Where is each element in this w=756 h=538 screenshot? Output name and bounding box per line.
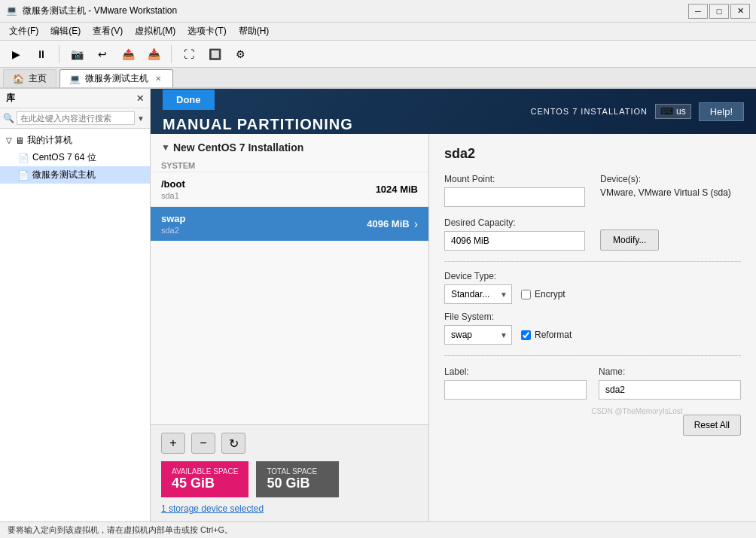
desired-capacity-col: Desired Capacity:: [444, 217, 585, 251]
keyboard-layout[interactable]: ⌨ us: [655, 104, 691, 119]
refresh-partition-button[interactable]: ↻: [221, 433, 245, 454]
tab-vm[interactable]: 💻 微服务测试主机 ✕: [59, 69, 173, 87]
device-type-row: Standar... LVM RAID ▼ Encrypt: [444, 284, 741, 304]
menu-help[interactable]: 帮助(H): [233, 23, 276, 39]
toolbar-fullscreen-btn[interactable]: ⛶: [178, 44, 200, 65]
menu-vm[interactable]: 虚拟机(M): [129, 23, 181, 39]
name-label: Name:: [599, 366, 741, 377]
app-icon: 💻: [6, 5, 18, 17]
available-space-value: 45 GiB: [172, 476, 238, 491]
modify-col: Modify...: [600, 217, 741, 251]
menu-file[interactable]: 文件(F): [3, 23, 44, 39]
partition-arrow-icon: ›: [414, 217, 418, 231]
keyboard-icon: ⌨: [660, 106, 673, 117]
partition-item-boot[interactable]: /boot sda1 1024 MiB: [151, 172, 428, 206]
menu-view[interactable]: 查看(V): [87, 23, 129, 39]
file-system-label: File System:: [444, 312, 741, 322]
tab-close-icon[interactable]: ✕: [153, 74, 163, 84]
install-header: Done MANUAL PARTITIONING CENTOS 7 INSTAL…: [151, 89, 756, 134]
partition-group-system: SYSTEM /boot sda1 1024 MiB: [151, 158, 428, 241]
detail-row-capacity: Desired Capacity: Modify...: [444, 217, 741, 251]
sidebar-title: 库: [6, 92, 15, 105]
help-button[interactable]: Help!: [699, 102, 744, 121]
sidebar-item-centos[interactable]: 📄 CentOS 7 64 位: [0, 149, 150, 166]
partition-content: ▼ New CentOS 7 Installation SYSTEM /boot…: [151, 134, 756, 521]
maximize-button[interactable]: □: [709, 4, 729, 19]
label-input[interactable]: [444, 380, 587, 400]
file-system-row: swap ext4 ext3 xfs ▼ Reformat: [444, 325, 741, 345]
partition-boot-right: 1024 MiB: [376, 184, 418, 195]
toolbar-power-btn[interactable]: ▶: [5, 44, 27, 65]
done-button[interactable]: Done: [163, 90, 215, 110]
partition-expand-icon[interactable]: ▼: [161, 142, 170, 153]
sidebar-item-mycomputer[interactable]: ▽ 🖥 我的计算机: [0, 132, 150, 149]
install-title: MANUAL PARTITIONING: [163, 116, 353, 133]
computer-icon: 🖥: [15, 135, 24, 146]
keyboard-lang-text: us: [676, 106, 686, 117]
sidebar-close-icon[interactable]: ✕: [136, 93, 144, 104]
tab-bar: 🏠 主页 💻 微服务测试主机 ✕: [0, 68, 756, 89]
tab-home[interactable]: 🏠 主页: [3, 69, 56, 87]
reformat-label[interactable]: Reformat: [535, 330, 572, 340]
partition-header: ▼ New CentOS 7 Installation: [151, 134, 428, 158]
partition-boot-size: 1024 MiB: [376, 184, 418, 195]
menu-edit[interactable]: 编辑(E): [44, 23, 87, 39]
modify-button[interactable]: Modify...: [600, 229, 659, 251]
toolbar-pause-btn[interactable]: ⏸: [30, 44, 53, 65]
toolbar-settings-btn[interactable]: ⚙: [229, 44, 251, 65]
available-space-box: AVAILABLE SPACE 45 GiB: [161, 461, 248, 497]
partition-boot-left: /boot sda1: [161, 178, 185, 200]
home-icon: 🏠: [13, 74, 24, 84]
toolbar-sep-2: [171, 45, 172, 63]
reset-all-button[interactable]: Reset All: [683, 415, 741, 436]
devices-label: Device(s):: [600, 174, 741, 184]
label-col: Label:: [444, 366, 587, 400]
tab-home-label: 主页: [29, 72, 47, 85]
storage-device-link[interactable]: 1 storage device selected: [161, 503, 264, 514]
partition-swap-size: 4096 MiB: [367, 218, 409, 229]
add-partition-button[interactable]: +: [161, 433, 185, 454]
mount-point-input[interactable]: [444, 187, 585, 207]
system-label: SYSTEM: [151, 158, 428, 172]
title-bar: 💻 微服务测试主机 - VMware Workstation ─ □ ✕: [0, 0, 756, 23]
search-icon: 🔍: [3, 113, 14, 123]
vm-icon: 💻: [69, 74, 81, 84]
search-dropdown-icon[interactable]: ▼: [135, 114, 147, 123]
menu-bar: 文件(F) 编辑(E) 查看(V) 虚拟机(M) 选项卡(T) 帮助(H): [0, 23, 756, 41]
sidebar: 库 ✕ 🔍 ▼ ▽ 🖥 我的计算机 📄 CentOS 7 64 位 📄 微服务测…: [0, 89, 151, 521]
install-right: CENTOS 7 INSTALLATION ⌨ us Help!: [530, 102, 744, 121]
device-type-select-wrapper: Standar... LVM RAID ▼: [444, 284, 512, 304]
label-label: Label:: [444, 366, 587, 377]
desired-capacity-input[interactable]: [444, 231, 585, 251]
toolbar-revert-btn[interactable]: ↩: [91, 44, 114, 65]
partition-actions: + − ↻: [161, 433, 418, 454]
vm-file-icon: 📄: [18, 153, 29, 163]
partition-swap-dev: sda2: [161, 226, 186, 235]
search-input[interactable]: [17, 111, 135, 125]
file-system-select[interactable]: swap ext4 ext3 xfs: [444, 325, 512, 345]
menu-tab[interactable]: 选项卡(T): [181, 23, 232, 39]
total-space-value: 50 GiB: [267, 476, 328, 491]
device-type-select[interactable]: Standar... LVM RAID: [444, 284, 512, 304]
toolbar-unity-btn[interactable]: 🔲: [203, 44, 226, 65]
close-button[interactable]: ✕: [730, 4, 750, 19]
toolbar-snapshot-btn[interactable]: 📷: [66, 44, 88, 65]
encrypt-label[interactable]: Encrypt: [535, 289, 565, 299]
label-name-row: Label: Name:: [444, 366, 741, 400]
remove-partition-button[interactable]: −: [191, 433, 215, 454]
toolbar-receive-btn[interactable]: 📥: [142, 44, 165, 65]
sidebar-item-vm[interactable]: 📄 微服务测试主机: [0, 166, 150, 184]
sidebar-item-label: 我的计算机: [27, 134, 72, 147]
name-input[interactable]: [599, 380, 741, 400]
expand-icon: ▽: [6, 136, 12, 144]
partition-item-swap[interactable]: swap sda2 4096 MiB ›: [151, 206, 428, 241]
toolbar-send-btn[interactable]: 📤: [117, 44, 139, 65]
encrypt-checkbox[interactable]: [521, 290, 531, 299]
partition-boot-name: /boot: [161, 178, 185, 190]
reformat-checkbox[interactable]: [521, 330, 531, 340]
detail-row-mount: Mount Point: Device(s): VMware, VMware V…: [444, 174, 741, 207]
sidebar-tree: ▽ 🖥 我的计算机 📄 CentOS 7 64 位 📄 微服务测试主机: [0, 129, 150, 521]
sidebar-vm-label: 微服务测试主机: [32, 169, 96, 181]
reformat-row: Reformat: [521, 330, 572, 340]
minimize-button[interactable]: ─: [688, 4, 708, 19]
